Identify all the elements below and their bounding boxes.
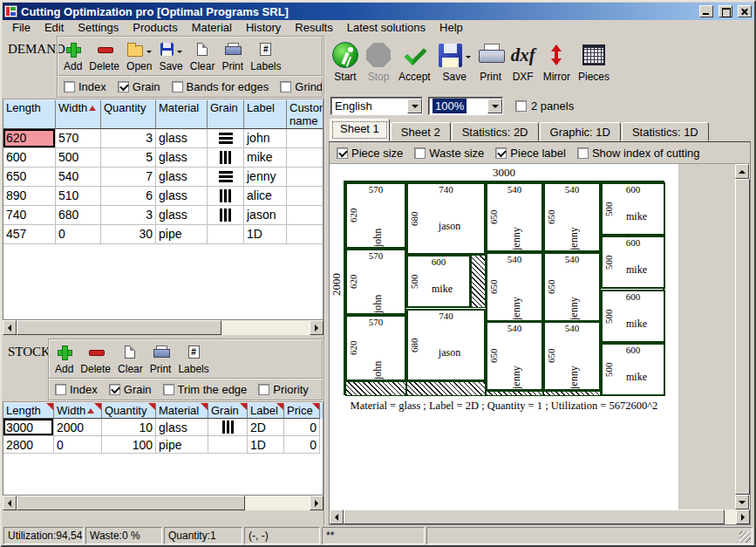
cell-label[interactable]: 2D	[248, 419, 284, 436]
add-button[interactable]: Add	[55, 342, 73, 377]
column-header-quantity[interactable]: Quantity	[101, 100, 156, 129]
cell-material[interactable]: pipe	[156, 436, 208, 454]
column-header-width[interactable]: Width	[54, 403, 102, 419]
resize-grip[interactable]	[739, 531, 751, 543]
cell-material[interactable]: glass	[156, 148, 208, 168]
cell-grain[interactable]	[208, 419, 248, 436]
show-index-of-cutting-checkbox[interactable]: Show index of cutting	[577, 147, 700, 160]
cell-customer[interactable]	[287, 168, 324, 187]
tab-statistics-1d[interactable]: Statistics: 1D	[622, 122, 709, 141]
close-icon[interactable]	[738, 5, 752, 17]
dropdown-arrow-icon[interactable]	[466, 56, 471, 61]
cell-label[interactable]: jenny	[244, 168, 287, 187]
delete-button[interactable]: Delete	[80, 342, 111, 377]
cell-length[interactable]: 890	[3, 187, 56, 206]
cell-quantity[interactable]: 6	[101, 187, 156, 206]
cell-label[interactable]: 1D	[244, 225, 287, 244]
column-header-grain[interactable]: Grain	[208, 403, 248, 419]
piece-jenny[interactable]: 540650jenny	[486, 182, 543, 252]
cell-price[interactable]: 0	[284, 436, 320, 454]
cell-grain[interactable]	[208, 129, 244, 148]
accept-button[interactable]: Accept	[398, 40, 431, 92]
column-header-material[interactable]: Material	[156, 403, 208, 419]
cell-grain[interactable]	[208, 187, 244, 206]
piece-john[interactable]: 570620john	[345, 249, 406, 315]
column-header-length[interactable]: Length	[3, 403, 54, 419]
chevron-down-icon[interactable]	[487, 99, 502, 113]
piece-mike[interactable]: 600500mike	[601, 343, 665, 396]
cell-quantity[interactable]: 10	[102, 419, 156, 436]
start-button[interactable]: Start	[332, 40, 358, 92]
checkbox-icon[interactable]	[515, 100, 527, 112]
cell-length[interactable]: 2800	[3, 436, 54, 454]
cell-quantity[interactable]: 3	[101, 206, 156, 225]
piece-label-checkbox[interactable]: Piece label	[495, 147, 566, 160]
trim-the-edge-checkbox[interactable]: Trim the edge	[163, 383, 248, 396]
cell-grain[interactable]	[208, 168, 244, 187]
piece-jenny[interactable]: 540650jenny	[486, 252, 543, 322]
waste-size-checkbox[interactable]: Waste size	[414, 147, 484, 160]
piece-john[interactable]: 570620john	[345, 182, 406, 249]
cell-width[interactable]: 0	[56, 225, 101, 244]
chevron-down-icon[interactable]	[407, 99, 422, 113]
cell-label[interactable]: 1D	[248, 436, 284, 454]
checkbox-icon[interactable]	[414, 147, 426, 159]
cell-material[interactable]: glass	[156, 168, 208, 187]
cell-grain[interactable]	[208, 206, 244, 225]
cell-quantity[interactable]: 3	[101, 129, 156, 148]
cell-customer[interactable]	[287, 206, 324, 225]
scroll-left-icon[interactable]	[3, 496, 17, 510]
save-button[interactable]: Save	[159, 39, 182, 74]
scroll-thumb[interactable]	[735, 179, 750, 495]
mirror-button[interactable]: Mirror	[543, 40, 570, 92]
cell-material[interactable]: glass	[156, 187, 208, 206]
cell-quantity[interactable]: 5	[101, 148, 156, 168]
checkbox-icon[interactable]	[172, 81, 183, 92]
cell-material[interactable]: pipe	[156, 225, 208, 244]
index-checkbox[interactable]: Index	[55, 383, 98, 396]
zoom-select[interactable]: 100%	[428, 97, 503, 115]
index-checkbox[interactable]: Index	[64, 80, 106, 93]
cell-width[interactable]: 540	[56, 168, 101, 187]
canvas-vscrollbar[interactable]	[735, 164, 750, 509]
scroll-left-icon[interactable]	[330, 509, 344, 524]
scroll-up-icon[interactable]	[735, 164, 749, 179]
cell-customer[interactable]	[287, 129, 324, 148]
checkbox-icon[interactable]	[280, 81, 291, 92]
cell-grain[interactable]	[208, 148, 244, 168]
open-button[interactable]: Open	[126, 39, 152, 74]
scroll-right-icon[interactable]	[310, 320, 324, 335]
cutting-diagram-canvas[interactable]: 3000 2000 570620john570620john570620john…	[330, 164, 679, 509]
bands-for-edges-checkbox[interactable]: Bands for edges	[172, 80, 269, 93]
print-button[interactable]: Print	[221, 39, 243, 74]
cell-length[interactable]: 3000	[3, 419, 54, 436]
piece-mike[interactable]: 600500mike	[406, 255, 471, 308]
piece-mike[interactable]: 600500mike	[601, 236, 665, 289]
piece-jenny[interactable]: 540650jenny	[543, 252, 601, 322]
tab-graphic-1d[interactable]: Graphic: 1D	[540, 122, 621, 141]
cell-width[interactable]: 2000	[54, 419, 102, 436]
cell-price[interactable]: 0	[284, 419, 320, 436]
print-button[interactable]: Print	[150, 342, 172, 377]
grain-checkbox[interactable]: Grain	[109, 383, 152, 396]
print-button[interactable]: Print	[479, 40, 503, 92]
language-select[interactable]: English	[330, 97, 423, 115]
minimize-icon[interactable]	[699, 5, 713, 17]
cell-length[interactable]: 457	[3, 225, 56, 244]
clear-button[interactable]: Clear	[118, 342, 143, 377]
menu-item-edit[interactable]: Edit	[37, 20, 71, 36]
piece-jenny[interactable]: 540650jenny	[543, 182, 601, 252]
checkbox-icon[interactable]	[64, 81, 75, 92]
column-header-quantity[interactable]: Quantity	[102, 403, 156, 419]
scroll-thumb[interactable]	[17, 320, 221, 335]
checkbox-icon[interactable]	[118, 81, 129, 92]
cell-label[interactable]: alice	[244, 187, 287, 206]
cell-label[interactable]: john	[244, 129, 287, 148]
cell-width[interactable]: 570	[56, 129, 101, 148]
cell-width[interactable]: 500	[56, 148, 101, 168]
column-header-material[interactable]: Material	[156, 100, 208, 129]
labels-button[interactable]: Labels	[250, 39, 281, 74]
column-header-customer-name[interactable]: Customer name	[287, 100, 324, 129]
piece-jason[interactable]: 740680jason	[406, 182, 486, 255]
cell-material[interactable]: glass	[156, 129, 208, 148]
